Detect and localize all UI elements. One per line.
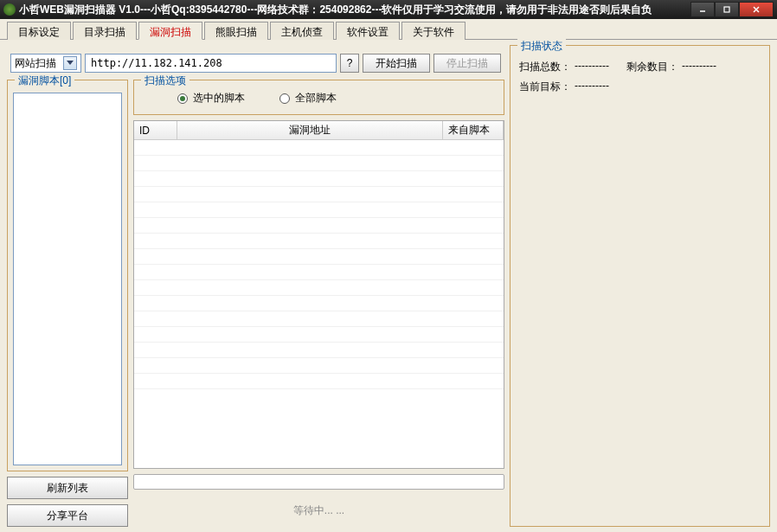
total-value: ---------- xyxy=(575,60,609,74)
scan-type-value: 网站扫描 xyxy=(15,56,56,71)
tab-target[interactable]: 目标设定 xyxy=(7,22,71,40)
status-row-2: 当前目标： ---------- xyxy=(519,80,761,94)
scripts-groupbox: 漏洞脚本[0] xyxy=(7,80,128,471)
table-row xyxy=(134,234,504,249)
start-scan-button[interactable]: 开始扫描 xyxy=(363,54,430,73)
current-label: 当前目标： xyxy=(519,80,571,94)
top-controls: 网站扫描 ? 开始扫描 停止扫描 xyxy=(7,45,504,76)
radio-all-label: 全部脚本 xyxy=(295,91,337,106)
window-controls xyxy=(690,2,774,17)
title-bar: 小哲WEB漏洞扫描器 V1.0---小哲Qq:8395442780---网络技术… xyxy=(0,0,777,19)
table-row xyxy=(134,171,504,187)
progress-bar xyxy=(133,474,504,490)
table-row xyxy=(134,358,504,374)
scan-status-groupbox: 扫描状态 扫描总数： ---------- 剩余数目： ---------- 当… xyxy=(510,45,770,527)
left-column: 网站扫描 ? 开始扫描 停止扫描 漏洞脚本[0] 刷新列表 分享平台 xyxy=(7,45,504,527)
table-row xyxy=(134,280,504,296)
scripts-column: 漏洞脚本[0] 刷新列表 分享平台 xyxy=(7,80,128,527)
table-row xyxy=(134,218,504,234)
window-title: 小哲WEB漏洞扫描器 V1.0---小哲Qq:8395442780---网络技术… xyxy=(19,3,690,17)
maximize-button[interactable] xyxy=(715,2,739,17)
scripts-title: 漏洞脚本[0] xyxy=(15,74,74,88)
help-button[interactable]: ? xyxy=(340,54,359,73)
tab-host-recon[interactable]: 主机侦查 xyxy=(270,22,334,40)
radio-dot-icon xyxy=(177,93,188,104)
remain-value: ---------- xyxy=(682,60,716,74)
share-platform-button[interactable]: 分享平台 xyxy=(7,504,128,527)
table-row xyxy=(134,140,504,156)
minimize-button[interactable] xyxy=(690,2,715,17)
table-body[interactable] xyxy=(134,140,504,468)
status-remain: 剩余数目： ---------- xyxy=(626,60,716,74)
table-row xyxy=(134,265,504,280)
total-label: 扫描总数： xyxy=(519,60,571,74)
options-column: 扫描选项 选中的脚本 全部脚本 ID xyxy=(133,80,504,527)
table-row xyxy=(134,327,504,343)
table-row xyxy=(134,311,504,327)
radio-all-scripts[interactable]: 全部脚本 xyxy=(279,91,337,106)
radio-selected-scripts[interactable]: 选中的脚本 xyxy=(177,91,245,106)
refresh-list-button[interactable]: 刷新列表 xyxy=(7,477,128,499)
radio-dot-icon xyxy=(279,93,290,104)
tab-dir-scan[interactable]: 目录扫描 xyxy=(73,22,137,40)
tab-bar: 目标设定 目录扫描 漏洞扫描 熊眼扫描 主机侦查 软件设置 关于软件 xyxy=(0,19,777,40)
tab-vuln-scan[interactable]: 漏洞扫描 xyxy=(138,22,202,40)
svg-rect-1 xyxy=(724,7,729,12)
right-column: 扫描状态 扫描总数： ---------- 剩余数目： ---------- 当… xyxy=(510,45,770,527)
table-row xyxy=(134,202,504,218)
table-row xyxy=(134,343,504,358)
current-value: ---------- xyxy=(575,80,609,94)
status-title: 扫描状态 xyxy=(517,39,566,54)
mid-row: 漏洞脚本[0] 刷新列表 分享平台 扫描选项 选中的脚本 xyxy=(7,80,504,527)
status-row-1: 扫描总数： ---------- 剩余数目： ---------- xyxy=(519,60,761,74)
status-current: 当前目标： ---------- xyxy=(519,80,609,94)
radio-selected-label: 选中的脚本 xyxy=(193,91,245,106)
tab-settings[interactable]: 软件设置 xyxy=(336,22,400,40)
table-header: ID 漏洞地址 来自脚本 xyxy=(134,121,504,140)
url-input[interactable] xyxy=(85,54,337,73)
table-row xyxy=(134,374,504,389)
col-source[interactable]: 来自脚本 xyxy=(443,121,504,139)
table-row xyxy=(134,156,504,171)
col-id[interactable]: ID xyxy=(134,121,177,139)
results-table: ID 漏洞地址 来自脚本 xyxy=(133,120,504,469)
status-text: 等待中... ... xyxy=(133,495,504,527)
app-icon xyxy=(3,3,16,16)
table-row xyxy=(134,296,504,311)
table-row xyxy=(134,187,504,202)
chevron-down-icon xyxy=(63,56,77,70)
scripts-list[interactable] xyxy=(13,93,122,465)
tab-bear-scan[interactable]: 熊眼扫描 xyxy=(204,22,268,40)
options-title: 扫描选项 xyxy=(141,74,189,88)
close-button[interactable] xyxy=(739,2,774,17)
remain-label: 剩余数目： xyxy=(626,60,678,74)
col-address[interactable]: 漏洞地址 xyxy=(177,121,443,139)
scan-options-groupbox: 扫描选项 选中的脚本 全部脚本 xyxy=(133,80,504,115)
scan-type-combo[interactable]: 网站扫描 xyxy=(10,54,81,73)
tab-about[interactable]: 关于软件 xyxy=(401,22,466,40)
content-area: 网站扫描 ? 开始扫描 停止扫描 漏洞脚本[0] 刷新列表 分享平台 xyxy=(0,40,777,532)
stop-scan-button: 停止扫描 xyxy=(433,54,501,73)
status-total: 扫描总数： ---------- xyxy=(519,60,609,74)
table-row xyxy=(134,249,504,265)
radio-row: 选中的脚本 全部脚本 xyxy=(151,91,486,106)
